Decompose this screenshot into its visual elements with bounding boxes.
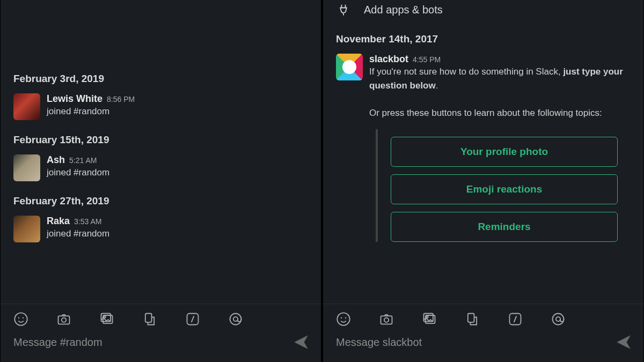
message-user[interactable]: Lewis White — [47, 93, 103, 105]
message-input[interactable] — [336, 336, 608, 349]
emoji-icon[interactable] — [13, 312, 28, 327]
svg-rect-8 — [145, 314, 152, 322]
slackbot-pane: Add apps & bots November 14th, 2017 slac… — [323, 0, 644, 362]
date-divider: February 15th, 2019 — [1, 125, 321, 151]
message-list: February 3rd, 2019 Lewis White 8:56 PM j… — [1, 0, 321, 304]
gallery-icon[interactable] — [422, 312, 437, 327]
message-text: joined #random — [47, 105, 135, 119]
svg-point-11 — [233, 317, 238, 321]
svg-point-0 — [14, 313, 27, 325]
svg-point-12 — [337, 313, 349, 325]
svg-point-14 — [345, 317, 346, 319]
svg-point-23 — [556, 317, 560, 321]
slash-command-icon[interactable] — [185, 312, 200, 327]
composer-toolbar — [323, 304, 643, 331]
topic-profile-photo-button[interactable]: Your profile photo — [391, 137, 618, 167]
svg-point-1 — [18, 317, 19, 319]
svg-point-16 — [384, 318, 389, 322]
emoji-icon[interactable] — [336, 312, 351, 327]
message-time: 3:53 AM — [74, 217, 101, 226]
date-divider: February 3rd, 2019 — [1, 64, 321, 90]
message-time: 8:56 PM — [107, 95, 135, 104]
avatar[interactable] — [13, 216, 40, 242]
svg-rect-15 — [381, 316, 392, 324]
avatar[interactable] — [13, 93, 40, 120]
topic-emoji-reactions-button[interactable]: Emoji reactions — [391, 174, 618, 204]
svg-point-22 — [553, 314, 564, 325]
add-apps-row[interactable]: Add apps & bots — [323, 0, 643, 25]
message-time: 4:55 PM — [413, 55, 441, 64]
svg-point-10 — [230, 314, 241, 325]
message-row: slackbot 4:55 PM If you're not sure how … — [323, 50, 643, 247]
date-divider: November 14th, 2017 — [323, 25, 643, 50]
topic-button-block: Your profile photo Emoji reactions Remin… — [376, 129, 618, 242]
camera-icon[interactable] — [56, 312, 71, 327]
camera-icon[interactable] — [379, 312, 394, 327]
avatar[interactable] — [336, 54, 363, 80]
topic-reminders-button[interactable]: Reminders — [391, 212, 618, 242]
send-icon[interactable] — [292, 333, 310, 351]
date-divider: February 27th, 2019 — [1, 187, 321, 212]
message-user[interactable]: Ash — [47, 154, 65, 166]
message-row: Lewis White 8:56 PM joined #random — [1, 90, 321, 125]
message-input[interactable] — [13, 336, 286, 349]
message-time: 5:21 AM — [69, 156, 97, 165]
mention-icon[interactable] — [228, 312, 243, 327]
plug-icon — [336, 2, 351, 17]
channel-random-pane: February 3rd, 2019 Lewis White 8:56 PM j… — [0, 0, 321, 362]
message-text: joined #random — [47, 166, 109, 180]
gallery-icon[interactable] — [99, 312, 114, 327]
svg-point-2 — [23, 317, 24, 319]
message-row: Raka 3:53 AM joined #random — [1, 212, 321, 248]
slash-command-icon[interactable] — [508, 312, 523, 327]
svg-rect-3 — [58, 316, 70, 324]
svg-rect-20 — [468, 314, 474, 322]
attachment-icon[interactable] — [465, 312, 480, 327]
message-list: Add apps & bots November 14th, 2017 slac… — [323, 0, 643, 304]
message-user[interactable]: slackbot — [369, 54, 408, 65]
avatar[interactable] — [13, 154, 40, 181]
send-icon[interactable] — [614, 333, 633, 351]
attachment-icon[interactable] — [142, 312, 157, 327]
message-row: Ash 5:21 AM joined #random — [1, 151, 321, 187]
add-apps-label: Add apps & bots — [364, 4, 443, 16]
svg-point-13 — [341, 317, 342, 319]
composer-toolbar — [1, 304, 321, 331]
message-text: If you're not sure how to do something i… — [369, 65, 631, 120]
message-text: joined #random — [47, 227, 109, 241]
svg-point-4 — [62, 318, 66, 322]
message-user[interactable]: Raka — [47, 216, 70, 227]
composer-input-row — [1, 331, 321, 362]
composer-input-row — [323, 331, 643, 362]
mention-icon[interactable] — [551, 312, 566, 327]
